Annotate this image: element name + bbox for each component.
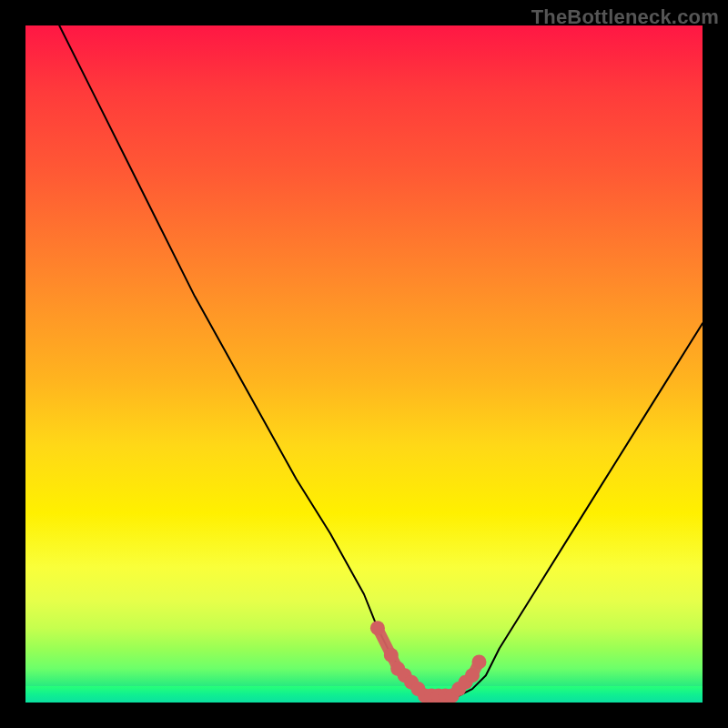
chart-frame: TheBottleneck.com <box>0 0 728 728</box>
curve-marker <box>370 621 385 635</box>
curve-marker <box>465 668 480 682</box>
watermark-text: TheBottleneck.com <box>531 5 719 29</box>
bottleneck-curve <box>59 25 703 696</box>
plot-area <box>25 25 703 703</box>
curve-marker <box>384 648 399 662</box>
curve-svg <box>25 25 703 703</box>
curve-marker <box>472 654 487 669</box>
